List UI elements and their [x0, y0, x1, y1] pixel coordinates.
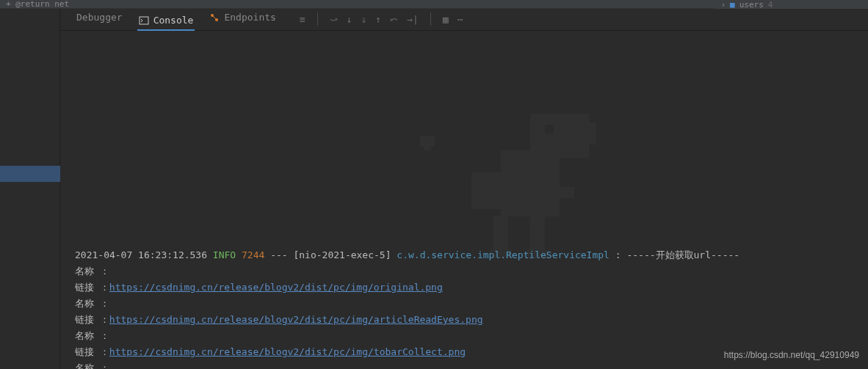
- url-link[interactable]: https://csdnimg.cn/release/blogv2/dist/p…: [109, 346, 466, 357]
- gutter-highlight: [0, 166, 60, 182]
- project-tree-item[interactable]: › ■ users 4: [714, 0, 868, 9]
- tab-endpoints[interactable]: Endpoints: [208, 9, 277, 26]
- svg-rect-8: [471, 172, 516, 209]
- svg-rect-5: [574, 123, 596, 145]
- folder-count: 4: [768, 0, 773, 10]
- log-colon: :: [615, 249, 621, 260]
- left-gutter: [0, 9, 60, 369]
- svg-rect-6: [545, 125, 554, 134]
- log-name-line: 名称 ：: [75, 296, 853, 312]
- svg-rect-4: [530, 114, 589, 158]
- step-over-icon[interactable]: ⤻: [330, 14, 338, 25]
- log-thread: [nio-2021-exec-5]: [293, 249, 391, 260]
- tab-console-label: Console: [153, 15, 194, 26]
- evaluate-icon[interactable]: ▦: [443, 14, 449, 25]
- endpoints-icon: [209, 12, 220, 23]
- url-link[interactable]: https://csdnimg.cn/release/blogv2/dist/p…: [109, 282, 443, 293]
- toolbar-icons: ≡ ⤻ ↓ ⇓ ↑ ⤺ →| ▦ ⋯: [300, 12, 463, 26]
- step-out-icon[interactable]: ↑: [375, 14, 381, 25]
- svg-rect-14: [420, 136, 435, 147]
- console-icon: [139, 15, 149, 26]
- name-label: 名称 ：: [75, 362, 109, 369]
- settings-icon[interactable]: ⋯: [457, 14, 463, 25]
- tab-console[interactable]: Console: [137, 12, 195, 31]
- log-name-line: 名称 ：: [75, 263, 853, 280]
- link-label: 链接 ：: [75, 282, 109, 293]
- svg-rect-9: [545, 187, 574, 198]
- separator: [317, 12, 318, 26]
- filter-icon[interactable]: ≡: [300, 14, 305, 25]
- log-header-line: 2021-04-07 16:23:12.536 INFO 7244 --- [n…: [75, 247, 853, 263]
- force-step-into-icon[interactable]: ⇓: [361, 14, 367, 25]
- log-name-line: 名称 ：: [75, 328, 853, 344]
- drop-frame-icon[interactable]: ⤺: [390, 14, 398, 25]
- log-link-line: 链接 ：https://csdnimg.cn/release/blogv2/di…: [75, 312, 853, 328]
- log-link-line: 链接 ：https://csdnimg.cn/release/blogv2/di…: [75, 280, 853, 296]
- log-dashes: ---: [270, 249, 287, 260]
- name-label: 名称 ：: [75, 298, 109, 309]
- log-pid: 7244: [242, 249, 264, 260]
- log-timestamp: 2021-04-07 16:23:12.536: [75, 249, 207, 260]
- tab-endpoints-label: Endpoints: [224, 12, 275, 23]
- step-into-icon[interactable]: ↓: [347, 14, 352, 25]
- log-logger: c.w.d.service.impl.ReptileServiceImpl: [397, 249, 610, 260]
- folder-icon: ■: [730, 0, 735, 10]
- svg-rect-15: [424, 143, 431, 150]
- log-msg: -----开始获取url-----: [626, 249, 739, 260]
- name-label: 名称 ：: [75, 330, 109, 341]
- watermark: https://blog.csdn.net/qq_42910949: [724, 350, 859, 360]
- top-bar-text: + @return net: [6, 0, 69, 9]
- log-name-line: 名称 ：: [75, 360, 853, 369]
- svg-line-3: [213, 16, 216, 19]
- console-output[interactable]: 2021-04-07 16:23:12.536 INFO 7244 --- [n…: [60, 31, 868, 369]
- link-label: 链接 ：: [75, 346, 109, 357]
- run-to-cursor-icon[interactable]: →|: [407, 14, 419, 25]
- link-label: 链接 ：: [75, 314, 109, 325]
- svg-rect-7: [501, 150, 560, 216]
- url-link[interactable]: https://csdnimg.cn/release/blogv2/dist/p…: [109, 314, 483, 325]
- tab-debugger[interactable]: Debugger: [75, 9, 124, 26]
- log-level: INFO: [213, 249, 236, 260]
- separator: [430, 12, 431, 26]
- name-label: 名称 ：: [75, 266, 109, 277]
- debug-tab-bar: Debugger Console Endpoints ≡ ⤻ ↓ ⇓: [60, 9, 868, 31]
- chevron-right-icon: ›: [721, 1, 726, 9]
- svg-rect-0: [140, 17, 148, 24]
- tab-debugger-label: Debugger: [76, 12, 123, 23]
- folder-label: users: [739, 0, 764, 10]
